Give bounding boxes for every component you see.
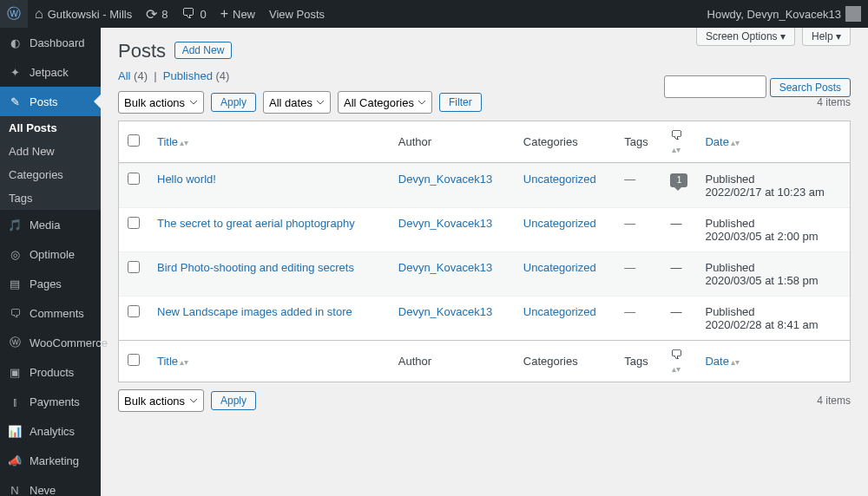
woo-icon: ⓦ [7, 335, 23, 350]
row-checkbox[interactable] [128, 305, 140, 317]
filter-button[interactable]: Filter [439, 93, 482, 112]
sidebar-item-woocommerce[interactable]: ⓦWooCommerce [0, 328, 101, 357]
payments-icon: ⫿ [7, 394, 23, 409]
category-link[interactable]: Uncategorized [523, 305, 596, 318]
marketing-icon: 📣 [7, 453, 23, 468]
bulk-actions-select-bottom[interactable]: Bulk actions [118, 389, 204, 412]
sidebar-item-neve[interactable]: NNeve [0, 475, 101, 496]
category-filter-select[interactable]: All Categories [338, 91, 432, 114]
tags-cell: — [615, 207, 661, 251]
sidebar-item-comments[interactable]: 🗨Comments [0, 298, 101, 328]
comment-count[interactable]: 1 [670, 173, 687, 187]
new-content[interactable]: +New [214, 0, 262, 28]
add-new-button[interactable]: Add New [174, 42, 233, 59]
search-input[interactable] [664, 75, 766, 98]
pin-icon: ✎ [7, 94, 23, 109]
site-name[interactable]: ⌂Gutkowski - Mills [28, 0, 139, 28]
filter-all[interactable]: All [118, 69, 130, 82]
products-icon: ▣ [7, 364, 23, 380]
tablenav-bottom: Bulk actions Apply 4 items [118, 389, 851, 412]
apply-button[interactable]: Apply [211, 93, 256, 112]
items-count: 4 items [817, 96, 851, 108]
col-comments[interactable]: 🗨▴▾ [661, 121, 696, 163]
sidebar-sub-all-posts[interactable]: All Posts [0, 116, 101, 140]
sidebar-item-dashboard[interactable]: ◐Dashboard [0, 28, 101, 57]
filter-published[interactable]: Published [163, 69, 213, 82]
chevron-down-icon: ▾ [836, 30, 841, 42]
comments-cell: — [661, 296, 696, 340]
comments-cell: — [661, 207, 696, 251]
sidebar-item-marketing[interactable]: 📣Marketing [0, 446, 101, 475]
sidebar-item-pages[interactable]: ▤Pages [0, 269, 101, 298]
author-link[interactable]: Devyn_Kovacek13 [398, 261, 492, 274]
admin-sidebar: ◐Dashboard✦Jetpack✎PostsAll PostsAdd New… [0, 28, 101, 496]
table-row: Hello world!Devyn_Kovacek13Uncategorized… [119, 163, 850, 207]
select-all-checkbox[interactable] [128, 134, 140, 147]
sidebar-sub-tags[interactable]: Tags [0, 186, 101, 210]
sidebar-item-analytics[interactable]: 📊Analytics [0, 416, 101, 446]
help-tab[interactable]: Help ▾ [802, 28, 851, 46]
col-categories: Categories [515, 340, 615, 382]
site-name-label: Gutkowski - Mills [48, 8, 133, 21]
post-title-link[interactable]: The secret to great aerial phoptography [157, 217, 355, 230]
post-title-link[interactable]: Hello world! [157, 173, 216, 186]
comments-icon: 🗨 [7, 305, 23, 321]
comment-icon: 🗨 [670, 348, 682, 362]
main-content: Screen Options ▾ Help ▾ Posts Add New Al… [101, 28, 868, 496]
table-row: New Landscape images added in storeDevyn… [119, 296, 850, 340]
dashboard-icon: ◐ [7, 35, 23, 50]
media-icon: 🎵 [7, 217, 23, 232]
col-author: Author [390, 121, 515, 163]
search-button[interactable]: Search Posts [770, 78, 851, 97]
jetpack-icon: ✦ [7, 64, 23, 80]
author-link[interactable]: Devyn_Kovacek13 [398, 217, 492, 230]
view-posts[interactable]: View Posts [262, 0, 332, 28]
date-filter-select[interactable]: All dates [263, 91, 331, 114]
comment-icon: 🗨 [181, 6, 195, 22]
sort-icon: ▴▾ [672, 145, 681, 154]
items-count-bottom: 4 items [817, 395, 851, 407]
sidebar-item-optimole[interactable]: ◎Optimole [0, 239, 101, 269]
updates[interactable]: ⟳8 [139, 0, 174, 28]
col-title[interactable]: Title▴▾ [148, 121, 390, 163]
tags-cell: — [615, 296, 661, 340]
wp-logo[interactable]: ⓦ [0, 0, 28, 28]
author-link[interactable]: Devyn_Kovacek13 [398, 173, 492, 186]
category-link[interactable]: Uncategorized [523, 173, 596, 186]
sidebar-item-posts[interactable]: ✎Posts [0, 87, 101, 116]
sort-icon: ▴▾ [731, 357, 740, 367]
my-account[interactable]: Howdy, Devyn_Kovacek13 [700, 0, 868, 28]
bulk-actions-select[interactable]: Bulk actions [118, 91, 204, 114]
avatar [845, 6, 861, 22]
col-date[interactable]: Date▴▾ [696, 121, 850, 163]
page-icon: ▤ [7, 276, 23, 291]
sidebar-sub-add-new[interactable]: Add New [0, 140, 101, 163]
sidebar-item-media[interactable]: 🎵Media [0, 210, 101, 239]
col-title[interactable]: Title▴▾ [148, 340, 390, 382]
home-icon: ⌂ [35, 6, 43, 22]
sidebar-item-products[interactable]: ▣Products [0, 357, 101, 387]
apply-button-bottom[interactable]: Apply [211, 391, 256, 410]
table-row: Bird Photo-shooting and editing secretsD… [119, 251, 850, 296]
col-comments[interactable]: 🗨▴▾ [661, 340, 696, 382]
sidebar-item-payments[interactable]: ⫿Payments [0, 387, 101, 416]
post-title-link[interactable]: Bird Photo-shooting and editing secrets [157, 261, 354, 274]
refresh-icon: ⟳ [146, 6, 157, 23]
author-link[interactable]: Devyn_Kovacek13 [398, 305, 492, 318]
analytics-icon: 📊 [7, 423, 23, 439]
post-title-link[interactable]: New Landscape images added in store [157, 305, 352, 318]
category-link[interactable]: Uncategorized [523, 217, 596, 230]
sidebar-sub-categories[interactable]: Categories [0, 163, 101, 186]
row-checkbox[interactable] [128, 261, 140, 273]
row-checkbox[interactable] [128, 173, 140, 185]
comments-cell: — [661, 251, 696, 296]
screen-options-tab[interactable]: Screen Options ▾ [696, 28, 795, 46]
sidebar-item-jetpack[interactable]: ✦Jetpack [0, 57, 101, 87]
select-all-checkbox-bottom[interactable] [128, 354, 140, 366]
col-date[interactable]: Date▴▾ [696, 340, 850, 382]
sort-icon: ▴▾ [672, 364, 681, 374]
category-link[interactable]: Uncategorized [523, 261, 596, 274]
date-cell: Published2020/03/05 at 1:58 pm [696, 251, 850, 296]
comments-bar[interactable]: 🗨0 [174, 0, 213, 28]
row-checkbox[interactable] [128, 217, 140, 229]
